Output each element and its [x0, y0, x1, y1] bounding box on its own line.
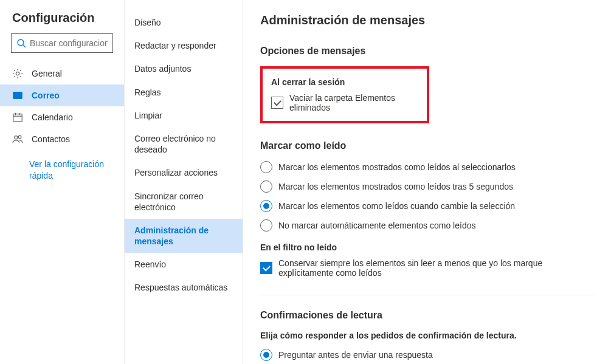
signout-highlight-box: Al cerrar la sesión Vaciar la carpeta El…	[260, 66, 429, 123]
mark-read-option-1[interactable]: Marcar los elementos mostrados como leíd…	[260, 180, 594, 193]
people-icon	[12, 134, 23, 145]
nav-label: Correo	[32, 91, 60, 100]
nav-calendario[interactable]: Calendario	[0, 106, 124, 128]
settings-sidebar: Configuración General Correo Calendario …	[0, 0, 125, 364]
svg-point-2	[16, 72, 19, 75]
empty-deleted-label: Vaciar la carpeta Elementos eliminados	[289, 93, 418, 112]
radio-label: No marcar automáticamente elementos como…	[278, 221, 475, 230]
mail-icon	[12, 90, 23, 101]
radio-icon[interactable]	[260, 349, 272, 361]
gear-icon	[12, 68, 23, 79]
nav-label: Calendario	[32, 112, 73, 122]
radio-label: Marcar los elementos mostrados como leíd…	[278, 162, 516, 172]
mark-read-option-2[interactable]: Marcar los elementos como leídos cuando …	[260, 200, 594, 212]
mark-read-heading: Marcar como leído	[260, 140, 594, 151]
keep-unread-checkbox[interactable]	[260, 262, 272, 274]
on-signout-label: Al cerrar la sesión	[271, 77, 418, 87]
radio-icon[interactable]	[260, 219, 272, 232]
nav-contactos[interactable]: Contactos	[0, 128, 124, 150]
sub-personalizar[interactable]: Personalizar acciones	[125, 161, 243, 184]
sub-sincronizar[interactable]: Sincronizar correo electrónico	[125, 185, 243, 219]
sub-correo-no-deseado[interactable]: Correo electrónico no deseado	[125, 127, 243, 161]
radio-label: Marcar los elementos como leídos cuando …	[278, 201, 515, 211]
msg-options-heading: Opciones de mensajes	[260, 46, 594, 57]
mark-read-option-3[interactable]: No marcar automáticamente elementos como…	[260, 219, 594, 232]
empty-deleted-row[interactable]: Vaciar la carpeta Elementos eliminados	[271, 93, 418, 112]
radio-label: Preguntar antes de enviar una respuesta	[278, 350, 433, 360]
sub-diseno[interactable]: Diseño	[125, 11, 243, 34]
sub-respuestas-auto[interactable]: Respuestas automáticas	[125, 276, 243, 299]
mark-read-section: Marcar como leído Marcar los elementos m…	[260, 140, 594, 278]
nav-general[interactable]: General	[0, 63, 124, 84]
search-input[interactable]	[30, 38, 108, 48]
calendar-icon	[12, 112, 23, 123]
svg-point-9	[18, 136, 21, 139]
nav-label: Contactos	[32, 134, 70, 144]
sub-reenvio[interactable]: Reenvío	[125, 253, 243, 276]
unread-filter-label: En el filtro no leído	[260, 242, 594, 252]
quick-settings-link[interactable]: Ver la configuración rápida	[0, 150, 124, 182]
divider	[260, 295, 594, 295]
msg-options-section: Opciones de mensajes Al cerrar la sesión…	[260, 46, 594, 123]
svg-line-1	[23, 45, 26, 47]
svg-point-8	[15, 136, 18, 139]
empty-deleted-checkbox[interactable]	[271, 97, 283, 109]
keep-unread-row[interactable]: Conservar siempre los elementos sin leer…	[260, 258, 594, 278]
keep-unread-label: Conservar siempre los elementos sin leer…	[278, 258, 594, 278]
sub-limpiar[interactable]: Limpiar	[125, 104, 243, 127]
page-title: Administración de mensajes	[260, 13, 594, 27]
search-icon	[16, 38, 26, 48]
sub-admin-mensajes[interactable]: Administración de mensajes	[125, 219, 243, 253]
search-box[interactable]	[11, 33, 113, 53]
nav-label: General	[32, 69, 62, 78]
settings-title: Configuración	[0, 11, 124, 33]
read-receipts-heading: Confirmaciones de lectura	[260, 310, 594, 321]
svg-point-0	[18, 39, 24, 46]
mark-read-option-0[interactable]: Marcar los elementos mostrados como leíd…	[260, 161, 594, 173]
radio-icon[interactable]	[260, 180, 272, 193]
read-receipts-section: Confirmaciones de lectura Elija cómo res…	[260, 310, 594, 364]
sub-reglas[interactable]: Reglas	[125, 81, 243, 104]
svg-rect-4	[13, 114, 22, 122]
sub-redactar[interactable]: Redactar y responder	[125, 34, 243, 57]
nav-correo[interactable]: Correo	[0, 84, 124, 106]
sub-adjuntos[interactable]: Datos adjuntos	[125, 57, 243, 80]
receipt-option-0[interactable]: Preguntar antes de enviar una respuesta	[260, 349, 594, 361]
mail-subnav: Diseño Redactar y responder Datos adjunt…	[125, 0, 243, 364]
radio-icon[interactable]	[260, 161, 272, 173]
radio-icon[interactable]	[260, 200, 272, 212]
read-receipts-lead: Elija cómo responder a los pedidos de co…	[260, 331, 594, 340]
radio-label: Marcar los elementos mostrados como leíd…	[278, 182, 513, 191]
main-pane: Administración de mensajes Opciones de m…	[243, 0, 611, 364]
